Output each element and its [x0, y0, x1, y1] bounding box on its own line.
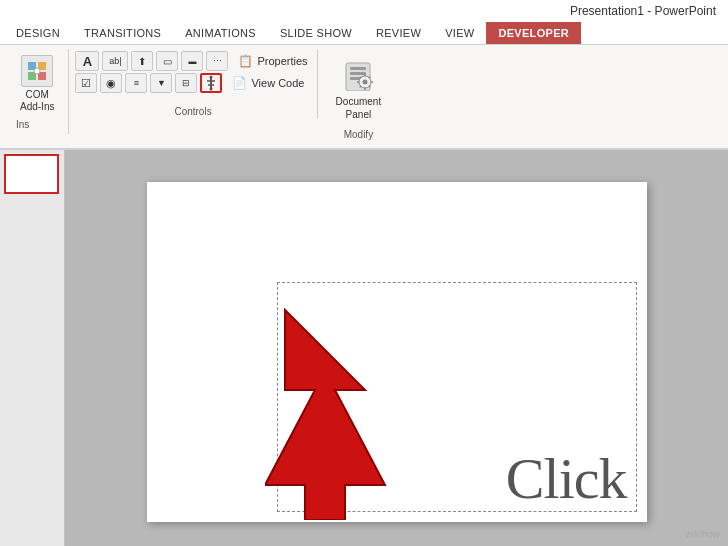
tab-slideshow[interactable]: SLIDE SHOW — [268, 22, 364, 44]
ribbon-group-modify: DocumentPanel Modify — [318, 49, 400, 144]
combobox-button[interactable]: ▼ — [150, 73, 172, 93]
design-mode-button[interactable] — [200, 73, 222, 93]
watermark-text: wikihow — [685, 529, 720, 540]
title-text: Presentation1 - PowerPoint — [570, 4, 716, 18]
tab-developer[interactable]: DEVELOPER — [486, 22, 581, 44]
properties-label: Properties — [257, 55, 307, 67]
ribbon-content: COMAdd-Ins Ins A ab| ⬆ ▭ ▬ ⋯ 📋 — [0, 45, 728, 150]
rectangle-button[interactable]: ▭ — [156, 51, 178, 71]
slide-page: Click — [147, 182, 647, 522]
optionbutton-button[interactable]: ◉ — [100, 73, 122, 93]
view-code-icon: 📄 — [232, 76, 247, 90]
view-code-label: View Code — [251, 77, 304, 89]
textbox-button[interactable]: ab| — [102, 51, 128, 71]
spinner-button[interactable]: ⬆ — [131, 51, 153, 71]
ribbon-tabs: DESIGN TRANSITIONS ANIMATIONS SLIDE SHOW… — [0, 22, 728, 45]
title-bar: Presentation1 - PowerPoint — [0, 0, 728, 22]
view-code-button[interactable]: 📄 View Code — [229, 75, 307, 91]
main-area: Click — [0, 150, 728, 546]
svg-point-9 — [210, 88, 213, 91]
tab-transitions[interactable]: TRANSITIONS — [72, 22, 173, 44]
modify-group-label: Modify — [344, 125, 373, 140]
com-addins-button[interactable]: COMAdd-Ins — [16, 53, 58, 115]
svg-point-8 — [210, 76, 213, 79]
controls-content: A ab| ⬆ ▭ ▬ ⋯ 📋 Properties ☑ — [75, 51, 310, 98]
controls-row-2: ☑ ◉ ≡ ▼ ⊟ — [75, 73, 310, 93]
text-button[interactable]: A — [75, 51, 99, 71]
tab-review[interactable]: REVIEW — [364, 22, 433, 44]
ribbon-group-com-addins: COMAdd-Ins Ins — [6, 49, 69, 134]
slide-large-text: Click — [506, 445, 627, 512]
more-controls-button[interactable]: ⋯ — [206, 51, 228, 71]
scrollbar-h-button[interactable]: ▬ — [181, 51, 203, 71]
svg-rect-13 — [350, 77, 360, 80]
slide-panel — [0, 150, 65, 546]
ribbon-group-controls: A ab| ⬆ ▭ ▬ ⋯ 📋 Properties ☑ — [69, 49, 317, 119]
com-group-label: Ins — [16, 115, 29, 130]
svg-rect-12 — [350, 72, 366, 75]
tab-design[interactable]: DESIGN — [4, 22, 72, 44]
com-addins-icon — [21, 55, 53, 87]
properties-button[interactable]: 📋 Properties — [235, 53, 310, 69]
checkbox-button[interactable]: ☑ — [75, 73, 97, 93]
slide-thumbnail[interactable] — [4, 154, 59, 194]
controls-group-label: Controls — [174, 102, 211, 117]
tab-view[interactable]: VIEW — [433, 22, 486, 44]
com-addins-label: COMAdd-Ins — [20, 89, 54, 113]
listbox-button[interactable]: ≡ — [125, 73, 147, 93]
document-panel-button[interactable]: DocumentPanel — [328, 53, 390, 125]
svg-point-4 — [34, 68, 40, 74]
document-panel-label: DocumentPanel — [336, 95, 382, 121]
watermark: wikihow — [685, 529, 720, 540]
toggle-button[interactable]: ⊟ — [175, 73, 197, 93]
svg-rect-11 — [350, 67, 366, 70]
slide-canvas: Click — [65, 150, 728, 546]
document-panel-icon — [340, 57, 376, 93]
tab-animations[interactable]: ANIMATIONS — [173, 22, 268, 44]
controls-row-1: A ab| ⬆ ▭ ▬ ⋯ 📋 Properties — [75, 51, 310, 71]
svg-point-15 — [363, 80, 368, 85]
properties-icon: 📋 — [238, 54, 253, 68]
